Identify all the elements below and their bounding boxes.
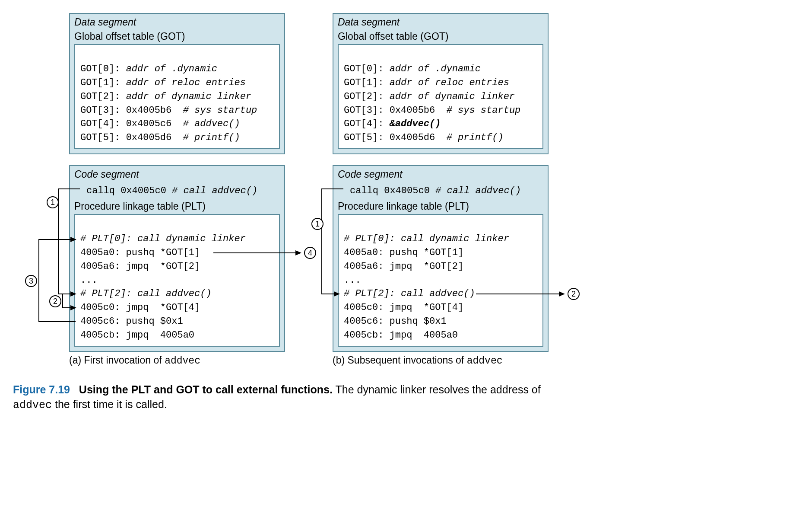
plt-line: # PLT[2]: call addvec() — [80, 288, 212, 299]
left-got-box: GOT[0]: addr of .dynamic GOT[1]: addr of… — [74, 44, 280, 149]
plt-line: ... — [80, 275, 98, 286]
step-number-4: 4 — [304, 247, 316, 259]
got-entry: GOT[5]: 0x4005d6 # printf() — [344, 132, 504, 143]
step-number-1: 1 — [47, 196, 59, 208]
data-segment-title: Data segment — [338, 16, 543, 28]
data-segment-title: Data segment — [74, 16, 280, 28]
plt-line: # PLT[0]: call dynamic linker — [344, 233, 509, 244]
got-entry: GOT[2]: addr of dynamic linker — [80, 91, 251, 102]
step-number-2: 2 — [568, 288, 580, 300]
plt-line: # PLT[0]: call dynamic linker — [80, 233, 246, 244]
right-code-segment: Code segment callq 0x4005c0 # call addve… — [333, 165, 549, 352]
got-entry: GOT[0]: addr of .dynamic — [344, 64, 481, 74]
plt-line: 4005c0: jmpq *GOT[4] — [344, 302, 463, 313]
plt-title: Procedure linkage table (PLT) — [74, 201, 280, 212]
plt-line: ... — [344, 275, 361, 286]
plt-line: # PLT[2]: call addvec() — [344, 288, 475, 299]
plt-title: Procedure linkage table (PLT) — [338, 201, 543, 212]
plt-line: 4005c6: pushq $0x1 — [344, 316, 447, 327]
figure-label: Figure 7.19 — [13, 383, 70, 396]
figure-title: Using the PLT and GOT to call external f… — [79, 383, 333, 396]
plt-line: 4005c6: pushq $0x1 — [80, 316, 183, 327]
got-entry: GOT[2]: addr of dynamic linker — [344, 91, 515, 102]
plt-line: 4005cb: jmpq 4005a0 — [344, 330, 458, 341]
plt-line: 4005a0: pushq *GOT[1] — [80, 247, 200, 258]
plt-line: 4005a6: jmpq *GOT[2] — [344, 261, 463, 272]
figure-caption: Figure 7.19 Using the PLT and GOT to cal… — [13, 383, 799, 413]
got-title: Global offset table (GOT) — [74, 31, 280, 42]
step-number-3: 3 — [25, 275, 37, 287]
left-data-segment: Data segment Global offset table (GOT) G… — [69, 13, 285, 154]
figure-container: Data segment Global offset table (GOT) G… — [13, 13, 799, 504]
got-entry: GOT[3]: 0x4005b6 # sys startup — [80, 105, 257, 116]
got-entry: GOT[3]: 0x4005b6 # sys startup — [344, 105, 520, 116]
code-segment-title: Code segment — [338, 169, 543, 180]
call-instruction: callq 0x4005c0 # call addvec() — [338, 182, 543, 198]
got-entry: GOT[1]: addr of reloc entries — [344, 77, 509, 88]
step-number-2: 2 — [49, 295, 61, 307]
sub-caption-a: (a) First invocation of addvec — [69, 354, 200, 367]
step-number-1: 1 — [311, 218, 324, 230]
code-segment-title: Code segment — [74, 169, 280, 180]
got-entry: GOT[4]: &addvec() — [344, 118, 441, 129]
got-entry: GOT[1]: addr of reloc entries — [80, 77, 246, 88]
got-entry: GOT[4]: 0x4005c6 # addvec() — [80, 118, 240, 129]
left-code-segment: Code segment callq 0x4005c0 # call addve… — [69, 165, 285, 352]
right-got-box: GOT[0]: addr of .dynamic GOT[1]: addr of… — [338, 44, 543, 149]
plt-line: 4005cb: jmpq 4005a0 — [80, 330, 194, 341]
plt-line: 4005a6: jmpq *GOT[2] — [80, 261, 200, 272]
got-entry: GOT[0]: addr of .dynamic — [80, 64, 217, 74]
sub-caption-b: (b) Subsequent invocations of addvec — [333, 354, 503, 367]
call-instruction: callq 0x4005c0 # call addvec() — [74, 182, 280, 198]
right-plt-box: # PLT[0]: call dynamic linker 4005a0: pu… — [338, 214, 543, 347]
got-entry: GOT[5]: 0x4005d6 # printf() — [80, 132, 240, 143]
got-title: Global offset table (GOT) — [338, 31, 543, 42]
left-plt-box: # PLT[0]: call dynamic linker 4005a0: pu… — [74, 214, 280, 347]
plt-line: 4005c0: jmpq *GOT[4] — [80, 302, 200, 313]
plt-line: 4005a0: pushq *GOT[1] — [344, 247, 463, 258]
right-data-segment: Data segment Global offset table (GOT) G… — [333, 13, 549, 154]
